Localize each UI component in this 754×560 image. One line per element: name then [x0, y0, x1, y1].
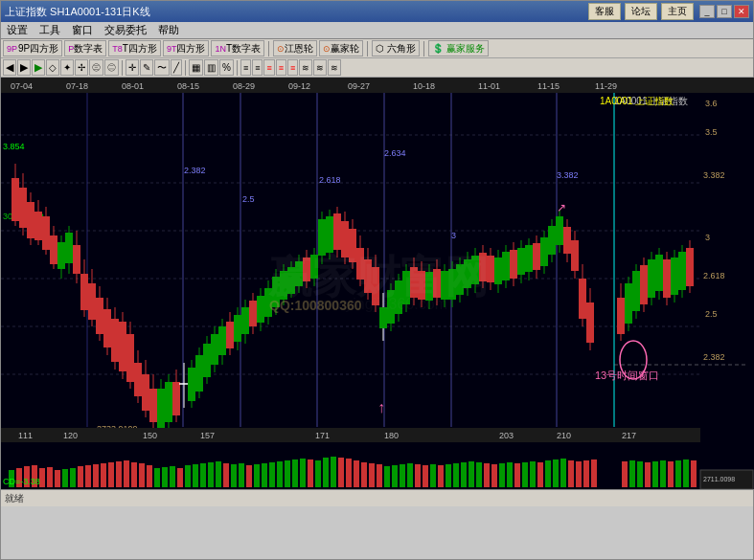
svg-rect-46 — [11, 178, 19, 221]
svg-rect-308 — [645, 462, 651, 487]
svg-rect-212 — [671, 258, 678, 295]
svg-text:210: 210 — [557, 431, 571, 440]
svg-rect-92 — [188, 368, 195, 401]
svg-rect-160 — [448, 269, 456, 300]
svg-text:3.6: 3.6 — [705, 99, 718, 108]
svg-rect-263 — [277, 461, 283, 487]
draw-diamond[interactable]: ◇ — [46, 59, 59, 76]
draw-wave2[interactable]: ≋ — [299, 59, 312, 76]
svg-rect-260 — [254, 464, 260, 487]
svg-text:157: 157 — [200, 431, 215, 440]
svg-rect-120 — [295, 261, 303, 286]
draw-cross[interactable]: ✢ — [75, 59, 88, 76]
svg-rect-235 — [62, 469, 68, 487]
draw-grid2[interactable]: ▥ — [204, 59, 218, 76]
btn-9t[interactable]: 9T四方形 — [163, 40, 210, 56]
sep2 — [367, 41, 368, 56]
svg-rect-287 — [461, 462, 467, 487]
btn-tnum[interactable]: 1NT数字表 — [211, 40, 264, 56]
svg-text:2.382: 2.382 — [703, 352, 725, 362]
kefu-btn[interactable]: 客服 — [588, 3, 621, 20]
maximize-btn[interactable]: □ — [717, 5, 732, 18]
draw-line[interactable]: ╱ — [171, 59, 182, 76]
svg-rect-162 — [456, 264, 464, 295]
svg-rect-164 — [464, 259, 471, 288]
svg-text:203: 203 — [499, 431, 514, 440]
svg-rect-86 — [165, 382, 172, 422]
btn-service[interactable]: 💲 赢家服务 — [428, 40, 489, 56]
close-btn[interactable]: ✕ — [734, 5, 749, 18]
draw-fib5[interactable]: ≡ — [287, 59, 298, 76]
draw-wave4[interactable]: ≋ — [328, 59, 341, 76]
svg-text:3.854: 3.854 — [3, 142, 25, 151]
svg-rect-60 — [65, 233, 73, 263]
luntan-btn[interactable]: 论坛 — [625, 3, 657, 20]
svg-rect-233 — [47, 467, 53, 487]
menu-trade[interactable]: 交易委托 — [103, 23, 149, 37]
minimize-btn[interactable]: _ — [699, 5, 715, 18]
draw-prev[interactable]: ◀ — [3, 59, 16, 76]
draw-fib2[interactable]: ≡ — [252, 59, 263, 76]
svg-rect-261 — [262, 463, 267, 487]
svg-rect-255 — [216, 461, 221, 487]
svg-rect-307 — [637, 461, 643, 487]
draw-fib3[interactable]: ≡ — [263, 59, 274, 76]
btn-p[interactable]: P数字表 — [64, 40, 106, 56]
svg-rect-150 — [410, 267, 418, 298]
svg-rect-116 — [280, 271, 287, 300]
draw-wave3[interactable]: ≋ — [313, 59, 327, 76]
btn-9p[interactable]: 9P9P四方形 — [3, 40, 62, 56]
draw-t1[interactable]: ㊂ — [89, 59, 103, 76]
svg-rect-236 — [70, 468, 76, 487]
menu-settings[interactable]: 设置 — [5, 23, 30, 37]
svg-rect-188 — [556, 216, 563, 245]
svg-rect-104 — [234, 315, 241, 342]
draw-cursor[interactable]: ✛ — [126, 59, 139, 76]
svg-text:09-27: 09-27 — [348, 81, 370, 91]
svg-rect-311 — [668, 461, 674, 487]
draw-pct[interactable]: % — [219, 59, 234, 76]
svg-rect-278 — [392, 465, 398, 487]
btn-jiangenlun[interactable]: ⊙江恩轮 — [273, 40, 317, 56]
svg-rect-280 — [407, 463, 413, 487]
draw-fib1[interactable]: ≡ — [240, 59, 251, 76]
draw-next[interactable]: ▶ — [17, 59, 31, 76]
draw-play[interactable]: ▶ — [32, 59, 45, 76]
svg-rect-56 — [50, 235, 57, 264]
svg-rect-245 — [139, 463, 145, 487]
menu-window[interactable]: 窗口 — [70, 23, 95, 37]
svg-rect-306 — [629, 460, 635, 487]
chart-container[interactable]: 赢家财富网 www.yingjia360.com QQ:100800360 07… — [1, 78, 754, 489]
svg-rect-243 — [124, 460, 129, 487]
svg-rect-156 — [433, 269, 441, 298]
svg-rect-259 — [246, 465, 252, 487]
svg-rect-290 — [484, 463, 490, 487]
svg-rect-178 — [517, 248, 525, 275]
menu-help[interactable]: 帮助 — [156, 23, 181, 37]
svg-rect-210 — [663, 259, 671, 298]
service-buttons: 客服 论坛 主页 — [586, 1, 696, 22]
draw-star[interactable]: ✦ — [60, 59, 74, 76]
draw-t2[interactable]: ㊁ — [104, 59, 119, 76]
svg-rect-272 — [346, 459, 352, 487]
menu-tools[interactable]: 工具 — [37, 23, 62, 37]
svg-text:08-01: 08-01 — [122, 81, 144, 91]
draw-pen[interactable]: ✎ — [140, 59, 153, 76]
svg-rect-176 — [510, 250, 517, 279]
svg-text:11-15: 11-15 — [537, 81, 560, 91]
zhuyei-btn[interactable]: 主页 — [661, 3, 694, 20]
svg-text:08-15: 08-15 — [177, 81, 199, 91]
draw-fib4[interactable]: ≡ — [276, 59, 286, 76]
btn-hexagon[interactable]: ⬡ 六角形 — [372, 40, 420, 56]
window-controls: _ □ ✕ — [699, 5, 749, 18]
draw-grid1[interactable]: ▦ — [189, 59, 203, 76]
svg-rect-312 — [675, 460, 681, 487]
btn-yingjialun[interactable]: ⊙赢家轮 — [319, 40, 363, 56]
btn-t4[interactable]: T8T四方形 — [108, 40, 161, 56]
svg-rect-275 — [369, 463, 375, 487]
svg-rect-304 — [591, 459, 597, 487]
svg-rect-313 — [683, 459, 689, 487]
svg-rect-50 — [27, 202, 34, 238]
draw-wave[interactable]: 〜 — [154, 59, 170, 76]
svg-rect-314 — [691, 460, 697, 487]
